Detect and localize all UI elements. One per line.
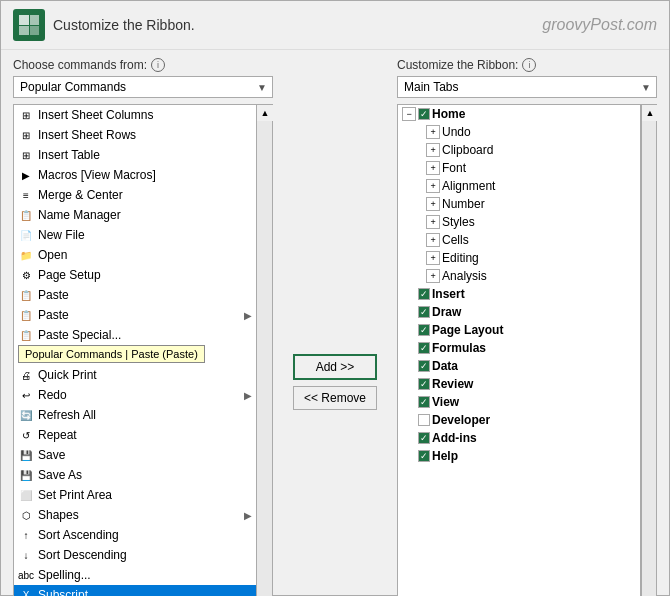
tree-child-item[interactable]: +Editing xyxy=(398,249,640,267)
list-item[interactable]: abcSpelling... xyxy=(14,565,256,585)
add-button[interactable]: Add >> xyxy=(293,354,377,380)
list-item-label: Sort Ascending xyxy=(38,528,119,542)
list-item[interactable]: ↑Sort Ascending xyxy=(14,525,256,545)
list-item-icon: ↺ xyxy=(18,427,34,443)
tree-node: +✓Page Layout xyxy=(398,321,640,339)
tree-expand-icon[interactable]: − xyxy=(402,107,416,121)
svg-rect-3 xyxy=(30,26,39,35)
tree-item[interactable]: +✓Help xyxy=(398,447,640,465)
tree-child-expand-icon[interactable]: + xyxy=(426,161,440,175)
list-item[interactable]: ≡Merge & Center xyxy=(14,185,256,205)
tree-item[interactable]: +✓Page Layout xyxy=(398,321,640,339)
tree-item[interactable]: +✓Data xyxy=(398,357,640,375)
title-bar: Customize the Ribbon. groovyPost.com xyxy=(1,1,669,50)
tree-checkbox[interactable]: ✓ xyxy=(418,360,430,372)
tree-checkbox[interactable]: ✓ xyxy=(418,378,430,390)
list-item-label: Refresh All xyxy=(38,408,96,422)
tree-item[interactable]: −✓Home xyxy=(398,105,640,123)
tree-child-expand-icon[interactable]: + xyxy=(426,125,440,139)
list-item[interactable]: 📋Name Manager xyxy=(14,205,256,225)
tree-child-item[interactable]: +Alignment xyxy=(398,177,640,195)
choose-commands-info-icon[interactable]: i xyxy=(151,58,165,72)
tree-child-item[interactable]: +Font xyxy=(398,159,640,177)
tree-child-label: Number xyxy=(442,197,485,211)
list-item[interactable]: XSubscript xyxy=(14,585,256,596)
tree-label: Home xyxy=(432,107,465,121)
svg-rect-2 xyxy=(19,26,29,35)
tree-checkbox[interactable]: ✓ xyxy=(418,342,430,354)
list-item[interactable]: ↺Repeat xyxy=(14,425,256,445)
remove-button[interactable]: << Remove xyxy=(293,386,377,410)
tree-item[interactable]: +✓Review xyxy=(398,375,640,393)
tree-item[interactable]: +Developer xyxy=(398,411,640,429)
tree-node: +✓Formulas xyxy=(398,339,640,357)
list-item-label: Paste Special... xyxy=(38,328,121,342)
list-item[interactable]: 💾Save As xyxy=(14,465,256,485)
tree-child-expand-icon[interactable]: + xyxy=(426,143,440,157)
tree-item[interactable]: +✓Draw xyxy=(398,303,640,321)
tree-child-expand-icon[interactable]: + xyxy=(426,215,440,229)
list-item[interactable]: ↓Sort Descending xyxy=(14,545,256,565)
tree-item[interactable]: +✓View xyxy=(398,393,640,411)
tree-child-expand-icon[interactable]: + xyxy=(426,251,440,265)
tree-node: +✓Data xyxy=(398,357,640,375)
list-item-label: Insert Sheet Columns xyxy=(38,108,153,122)
commands-list[interactable]: ⊞Insert Sheet Columns⊞Insert Sheet Rows⊞… xyxy=(13,104,257,596)
tree-child-item[interactable]: +Undo xyxy=(398,123,640,141)
tree-child-item[interactable]: +Clipboard xyxy=(398,141,640,159)
submenu-arrow-icon: ▶ xyxy=(244,310,252,321)
tree-checkbox[interactable]: ✓ xyxy=(418,324,430,336)
tree-child-item[interactable]: +Analysis xyxy=(398,267,640,285)
list-item[interactable]: ↩Redo▶ xyxy=(14,385,256,405)
ribbon-dropdown[interactable]: Main Tabs Tool Tabs All Tabs xyxy=(397,76,657,98)
list-item[interactable]: 🔄Refresh All xyxy=(14,405,256,425)
list-item[interactable]: 📋Paste xyxy=(14,285,256,305)
left-scroll-up[interactable]: ▲ xyxy=(257,105,273,121)
tree-checkbox[interactable]: ✓ xyxy=(418,450,430,462)
left-scrollbar[interactable]: ▲ ▼ xyxy=(257,104,273,596)
tree-child-item[interactable]: +Cells xyxy=(398,231,640,249)
tree-child-expand-icon[interactable]: + xyxy=(426,269,440,283)
customize-ribbon-dialog: Customize the Ribbon. groovyPost.com Cho… xyxy=(0,0,670,596)
list-item-icon: ⊞ xyxy=(18,147,34,163)
tree-child-item[interactable]: +Number xyxy=(398,195,640,213)
app-icon xyxy=(13,9,45,41)
choose-commands-dropdown[interactable]: Popular Commands All Commands Commands N… xyxy=(13,76,273,98)
list-item[interactable]: 📄New File xyxy=(14,225,256,245)
list-item[interactable]: ⊞Insert Sheet Rows xyxy=(14,125,256,145)
tree-checkbox[interactable]: ✓ xyxy=(418,108,430,120)
list-item[interactable]: ⬡Shapes▶ xyxy=(14,505,256,525)
tree-child-expand-icon[interactable]: + xyxy=(426,233,440,247)
customize-ribbon-info-icon[interactable]: i xyxy=(522,58,536,72)
list-item[interactable]: ▶Macros [View Macros] xyxy=(14,165,256,185)
right-scrollbar[interactable]: ▲ ▼ xyxy=(641,104,657,596)
list-item-label: Insert Table xyxy=(38,148,100,162)
right-scroll-up[interactable]: ▲ xyxy=(642,105,658,121)
list-item[interactable]: 🖨Quick Print xyxy=(14,365,256,385)
list-item[interactable]: 📋Paste Special...Popular Commands | Past… xyxy=(14,325,256,345)
right-tree-container: −✓Home+Undo+Clipboard+Font+Alignment+Num… xyxy=(397,104,657,596)
list-item[interactable]: 💾Save xyxy=(14,445,256,465)
tree-checkbox[interactable]: ✓ xyxy=(418,288,430,300)
list-item[interactable]: ⚙Page Setup xyxy=(14,265,256,285)
list-item-label: Save xyxy=(38,448,65,462)
list-item-label: Name Manager xyxy=(38,208,121,222)
tree-child-expand-icon[interactable]: + xyxy=(426,197,440,211)
list-item[interactable]: ⊞Insert Sheet Columns xyxy=(14,105,256,125)
tree-child-item[interactable]: +Styles xyxy=(398,213,640,231)
list-item[interactable]: ⊞Insert Table xyxy=(14,145,256,165)
tree-item[interactable]: +✓Insert xyxy=(398,285,640,303)
tree-checkbox[interactable]: ✓ xyxy=(418,432,430,444)
ribbon-tree[interactable]: −✓Home+Undo+Clipboard+Font+Alignment+Num… xyxy=(397,104,641,596)
tree-checkbox[interactable] xyxy=(418,414,430,426)
list-item[interactable]: ⬜Set Print Area xyxy=(14,485,256,505)
tree-item[interactable]: +✓Formulas xyxy=(398,339,640,357)
tree-checkbox[interactable]: ✓ xyxy=(418,306,430,318)
list-item[interactable]: 📁Open xyxy=(14,245,256,265)
tree-item[interactable]: +✓Add-ins xyxy=(398,429,640,447)
list-item[interactable]: 📋Paste▶ xyxy=(14,305,256,325)
list-item[interactable]: 🖨Print Preview and Print xyxy=(14,345,256,365)
tree-checkbox[interactable]: ✓ xyxy=(418,396,430,408)
tree-child-expand-icon[interactable]: + xyxy=(426,179,440,193)
list-item-label: Paste xyxy=(38,308,69,322)
